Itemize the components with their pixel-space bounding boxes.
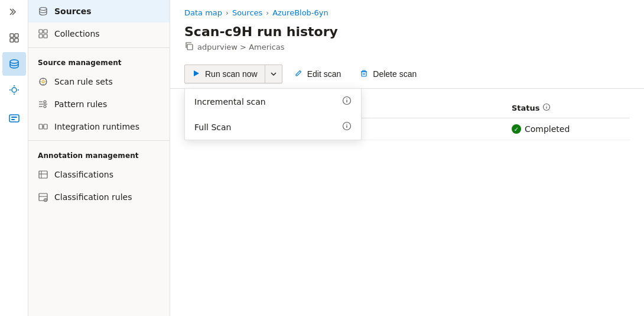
sidebar-item-pattern-rules[interactable]: Pattern rules — [28, 93, 170, 115]
sidebar-divider-2 — [28, 140, 170, 141]
svg-rect-42 — [362, 72, 366, 76]
svg-rect-12 — [11, 119, 15, 120]
edit-scan-label: Edit scan — [307, 69, 341, 79]
main-content: Data map › Sources › AzureBlob-6yn Scan-… — [170, 0, 644, 316]
svg-point-4 — [10, 60, 18, 63]
svg-point-19 — [42, 80, 44, 83]
svg-rect-32 — [39, 171, 47, 178]
svg-rect-0 — [10, 34, 14, 37]
pattern-rules-label: Pattern rules — [54, 99, 107, 109]
svg-rect-30 — [44, 124, 47, 129]
icon-rail — [0, 0, 28, 316]
source-management-section: Source management — [28, 50, 170, 70]
incremental-scan-info-icon — [342, 96, 352, 107]
collections-sidebar-icon — [38, 28, 48, 39]
page-title: Scan-c9H run history — [184, 24, 630, 39]
full-scan-info-icon — [342, 121, 352, 133]
incremental-scan-label: Incremental scan — [194, 97, 266, 107]
delete-icon — [360, 69, 368, 79]
integration-runtimes-icon — [38, 121, 48, 132]
scan-status: Completed — [512, 124, 630, 134]
classification-rules-icon — [38, 192, 48, 202]
rail-icons — [0, 26, 28, 128]
breadcrumb-sep-1: › — [226, 9, 229, 17]
sidebar: Sources Collections Source management — [28, 0, 170, 316]
sidebar-item-collections[interactable]: Collections — [28, 22, 170, 45]
sidebar-sources-label: Sources — [54, 7, 92, 16]
home-icon[interactable] — [2, 26, 26, 50]
svg-point-53 — [546, 105, 547, 106]
sidebar-item-classifications[interactable]: Classifications — [28, 163, 170, 186]
svg-point-5 — [12, 88, 17, 92]
copy-icon — [184, 41, 194, 53]
svg-rect-11 — [11, 117, 17, 118]
col-header-status: Status — [512, 103, 630, 113]
classifications-icon — [38, 169, 48, 180]
delete-scan-button[interactable]: Delete scan — [353, 65, 424, 83]
sources-sidebar-icon — [38, 6, 48, 17]
play-icon — [192, 69, 200, 79]
sidebar-item-scan-rule-sets[interactable]: Scan rule sets — [28, 70, 170, 93]
toolbar: Run scan now Edit scan — [170, 60, 644, 89]
svg-rect-1 — [15, 34, 18, 37]
status-column-label: Status — [512, 104, 540, 112]
svg-rect-10 — [9, 115, 19, 122]
full-scan-label: Full Scan — [194, 122, 231, 132]
svg-point-13 — [40, 8, 47, 11]
sidebar-item-integration-runtimes[interactable]: Integration runtimes — [28, 115, 170, 138]
svg-rect-3 — [15, 38, 18, 42]
sources-rail-icon[interactable] — [2, 52, 26, 76]
sidebar-collections-label: Collections — [54, 29, 100, 38]
dropdown-menu: Incremental scan Full Scan — [184, 88, 362, 140]
run-scan-dropdown-arrow[interactable] — [265, 65, 282, 83]
run-scan-button[interactable]: Run scan now — [184, 65, 282, 83]
run-scan-label: Run scan now — [205, 69, 258, 79]
insights-rail-icon[interactable] — [2, 78, 26, 102]
scan-rule-sets-icon — [38, 76, 48, 87]
svg-rect-40 — [187, 44, 193, 50]
collapse-expand-button[interactable] — [2, 5, 26, 19]
breadcrumb-data-map[interactable]: Data map — [184, 8, 222, 17]
page-subtitle: adpurview > Americas — [184, 41, 630, 53]
svg-rect-14 — [39, 30, 43, 33]
sidebar-divider-1 — [28, 47, 170, 48]
svg-point-47 — [346, 98, 347, 99]
classifications-label: Classifications — [54, 170, 113, 179]
pattern-rules-icon — [38, 99, 48, 109]
sidebar-item-sources[interactable]: Sources — [28, 0, 170, 22]
svg-rect-16 — [39, 34, 43, 38]
edit-icon — [294, 69, 303, 79]
page-header: Scan-c9H run history adpurview > America… — [170, 22, 644, 60]
svg-rect-15 — [44, 30, 47, 33]
scan-rule-sets-label: Scan rule sets — [54, 77, 113, 86]
breadcrumb-azure-blob[interactable]: AzureBlob-6yn — [272, 8, 328, 17]
svg-point-27 — [44, 101, 46, 103]
status-info-icon — [542, 103, 551, 113]
annotation-management-section: Annotation management — [28, 143, 170, 163]
management-rail-icon[interactable] — [2, 104, 26, 128]
incremental-scan-option[interactable]: Incremental scan — [185, 89, 361, 114]
breadcrumb: Data map › Sources › AzureBlob-6yn — [170, 0, 644, 22]
integration-runtimes-label: Integration runtimes — [54, 122, 139, 131]
svg-point-50 — [346, 124, 347, 124]
edit-scan-button[interactable]: Edit scan — [287, 65, 349, 83]
status-badge-completed: Completed — [512, 124, 570, 134]
subtitle-text: adpurview > Americas — [197, 43, 285, 51]
delete-scan-label: Delete scan — [373, 69, 417, 79]
completed-label: Completed — [525, 124, 570, 134]
completed-icon — [512, 124, 521, 134]
breadcrumb-sep-2: › — [266, 9, 269, 17]
breadcrumb-sources[interactable]: Sources — [232, 8, 262, 17]
sidebar-item-classification-rules[interactable]: Classification rules — [28, 186, 170, 208]
svg-rect-17 — [44, 34, 47, 38]
classification-rules-label: Classification rules — [54, 192, 132, 202]
svg-rect-2 — [10, 38, 14, 42]
svg-marker-41 — [194, 70, 199, 76]
svg-point-28 — [44, 105, 46, 108]
svg-rect-29 — [39, 124, 43, 129]
full-scan-option[interactable]: Full Scan — [185, 114, 361, 140]
run-scan-main[interactable]: Run scan now — [185, 65, 265, 83]
